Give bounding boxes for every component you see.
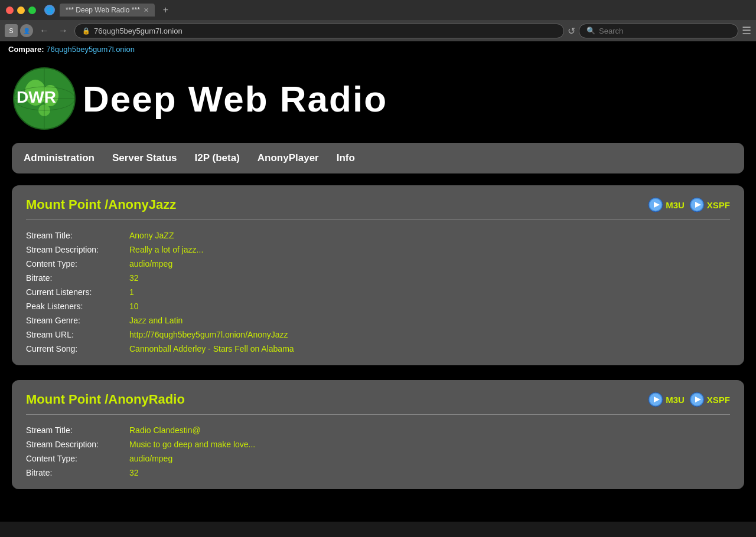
info-value-radio-stream-desc: Music to go deep and make love... xyxy=(129,440,255,449)
mount-divider-anony-jazz xyxy=(26,220,730,220)
mount-actions-anony-radio: M3U XSPF xyxy=(648,392,730,407)
traffic-lights xyxy=(6,6,36,14)
compare-url[interactable]: 76qugh5bey5gum7l.onion xyxy=(46,45,135,54)
address-bar[interactable]: 🔒 76qugh5bey5gum7l.onion xyxy=(74,24,564,38)
address-lock-icon: 🔒 xyxy=(82,27,90,35)
info-row-radio-bitrate: Bitrate: 32 xyxy=(26,468,730,477)
info-row-radio-stream-desc: Stream Description: Music to go deep and… xyxy=(26,440,730,449)
info-value-radio-stream-title: Radio Clandestin@ xyxy=(129,425,201,435)
info-label-current-listeners: Current Listeners: xyxy=(26,287,129,297)
forward-button[interactable]: → xyxy=(56,23,71,38)
info-label-content-type: Content Type: xyxy=(26,259,129,268)
info-value-radio-bitrate: 32 xyxy=(129,468,139,477)
mount-info-anony-jazz: Stream Title: Anony JaZZ Stream Descript… xyxy=(26,231,730,353)
mount-section-anony-jazz: Mount Point /AnonyJazz M3U xyxy=(12,185,744,365)
m3u-button-anony-radio[interactable]: M3U xyxy=(648,392,685,407)
info-row-current-song: Current Song: Cannonball Adderley - Star… xyxy=(26,344,730,353)
info-label-stream-url: Stream URL: xyxy=(26,330,129,339)
site-logo: DWR xyxy=(12,66,77,131)
minimize-window-button[interactable] xyxy=(17,6,25,14)
nav-item-info[interactable]: Info xyxy=(337,152,355,164)
menu-button[interactable]: ☰ xyxy=(742,24,751,37)
info-row-stream-url: Stream URL: http://76qugh5bey5gum7l.onio… xyxy=(26,330,730,339)
info-value-stream-description: Really a lot of jazz... xyxy=(129,245,203,254)
m3u-label-anony-radio: M3U xyxy=(666,395,685,405)
info-label-stream-description: Stream Description: xyxy=(26,245,129,254)
info-row-peak-listeners: Peak Listeners: 10 xyxy=(26,302,730,311)
info-label-radio-stream-desc: Stream Description: xyxy=(26,440,129,449)
info-value-peak-listeners: 10 xyxy=(129,302,139,311)
info-row-content-type: Content Type: audio/mpeg xyxy=(26,259,730,268)
mount-header-anony-jazz: Mount Point /AnonyJazz M3U xyxy=(26,197,730,212)
nav-item-administration[interactable]: Administration xyxy=(24,152,94,164)
tab-favicon: 🌐 xyxy=(44,5,55,15)
xspf-button-anony-jazz[interactable]: XSPF xyxy=(689,197,730,212)
info-row-stream-genre: Stream Genre: Jazz and Latin xyxy=(26,316,730,325)
browser-profile-icon: 👤 xyxy=(20,24,33,37)
nav-item-server-status[interactable]: Server Status xyxy=(112,152,177,164)
info-value-stream-url[interactable]: http://76qugh5bey5gum7l.onion/AnonyJazz xyxy=(129,330,288,339)
tab-title: *** Deep Web Radio *** xyxy=(66,6,140,14)
mount-title-anony-radio: Mount Point /AnonyRadio xyxy=(26,392,185,407)
m3u-button-anony-jazz[interactable]: M3U xyxy=(648,197,685,212)
info-label-bitrate: Bitrate: xyxy=(26,273,129,283)
browser-tab[interactable]: *** Deep Web Radio *** ✕ xyxy=(60,4,155,17)
info-label-stream-title: Stream Title: xyxy=(26,231,129,240)
info-value-radio-content-type: audio/mpeg xyxy=(129,454,172,463)
maximize-window-button[interactable] xyxy=(28,6,36,14)
info-label-radio-content-type: Content Type: xyxy=(26,454,129,463)
nav-item-anony-player[interactable]: AnonyPlayer xyxy=(258,152,319,164)
info-value-stream-genre: Jazz and Latin xyxy=(129,316,183,325)
info-value-bitrate: 32 xyxy=(129,273,139,283)
info-value-current-song: Cannonball Adderley - Stars Fell on Alab… xyxy=(129,344,294,353)
new-tab-button[interactable]: + xyxy=(159,5,172,15)
browser-navbar: S 👤 ← → 🔒 76qugh5bey5gum7l.onion ↺ 🔍 ☰ xyxy=(0,20,756,41)
info-label-peak-listeners: Peak Listeners: xyxy=(26,302,129,311)
browser-titlebar: 🌐 *** Deep Web Radio *** ✕ + xyxy=(0,0,756,20)
info-row-stream-description: Stream Description: Really a lot of jazz… xyxy=(26,245,730,254)
info-value-stream-title: Anony JaZZ xyxy=(129,231,174,240)
browser-sidebar-icon: S xyxy=(5,24,18,37)
search-input[interactable] xyxy=(599,27,731,35)
info-label-current-song: Current Song: xyxy=(26,344,129,353)
info-row-radio-content-type: Content Type: audio/mpeg xyxy=(26,454,730,463)
mount-divider-anony-radio xyxy=(26,414,730,415)
reload-button[interactable]: ↺ xyxy=(568,25,575,37)
info-row-bitrate: Bitrate: 32 xyxy=(26,273,730,283)
back-button[interactable]: ← xyxy=(37,23,52,38)
info-label-radio-bitrate: Bitrate: xyxy=(26,468,129,477)
mount-info-anony-radio: Stream Title: Radio Clandestin@ Stream D… xyxy=(26,425,730,477)
search-bar[interactable]: 🔍 xyxy=(579,24,738,38)
mount-actions-anony-jazz: M3U XSPF xyxy=(648,197,730,212)
mount-header-anony-radio: Mount Point /AnonyRadio M3U xyxy=(26,392,730,407)
address-text: 76qugh5bey5gum7l.onion xyxy=(94,27,183,35)
info-value-current-listeners: 1 xyxy=(129,287,134,297)
compare-label: Compare: xyxy=(8,45,44,54)
xspf-button-anony-radio[interactable]: XSPF xyxy=(689,392,730,407)
xspf-label-anony-jazz: XSPF xyxy=(707,200,730,210)
svg-text:DWR: DWR xyxy=(17,88,56,106)
info-label-stream-genre: Stream Genre: xyxy=(26,316,129,325)
play-icon-xspf xyxy=(689,197,705,212)
mount-section-anony-radio: Mount Point /AnonyRadio M3U xyxy=(12,380,744,489)
info-row-radio-stream-title: Stream Title: Radio Clandestin@ xyxy=(26,425,730,435)
mount-title-anony-jazz: Mount Point /AnonyJazz xyxy=(26,197,176,212)
info-label-radio-stream-title: Stream Title: xyxy=(26,425,129,435)
nav-bar: Administration Server Status I2P (beta) … xyxy=(12,143,744,173)
compare-bar: Compare: 76qugh5bey5gum7l.onion xyxy=(0,41,756,57)
close-window-button[interactable] xyxy=(6,6,14,14)
info-row-current-listeners: Current Listeners: 1 xyxy=(26,287,730,297)
site-header: DWR Deep Web Radio xyxy=(0,57,756,143)
m3u-label-anony-jazz: M3U xyxy=(666,200,685,210)
browser-chrome: 🌐 *** Deep Web Radio *** ✕ + S 👤 ← → 🔒 7… xyxy=(0,0,756,41)
play-icon-m3u-radio xyxy=(648,392,663,407)
search-icon: 🔍 xyxy=(586,27,595,35)
play-icon-xspf-radio xyxy=(689,392,705,407)
site-title: Deep Web Radio xyxy=(83,78,387,120)
page-content: Compare: 76qugh5bey5gum7l.onion DWR Deep… xyxy=(0,41,756,522)
tab-close-button[interactable]: ✕ xyxy=(144,6,149,14)
info-row-stream-title: Stream Title: Anony JaZZ xyxy=(26,231,730,240)
stream-url-link[interactable]: http://76qugh5bey5gum7l.onion/AnonyJazz xyxy=(129,330,288,339)
play-icon-m3u xyxy=(648,197,663,212)
nav-item-i2p-beta[interactable]: I2P (beta) xyxy=(195,152,240,164)
